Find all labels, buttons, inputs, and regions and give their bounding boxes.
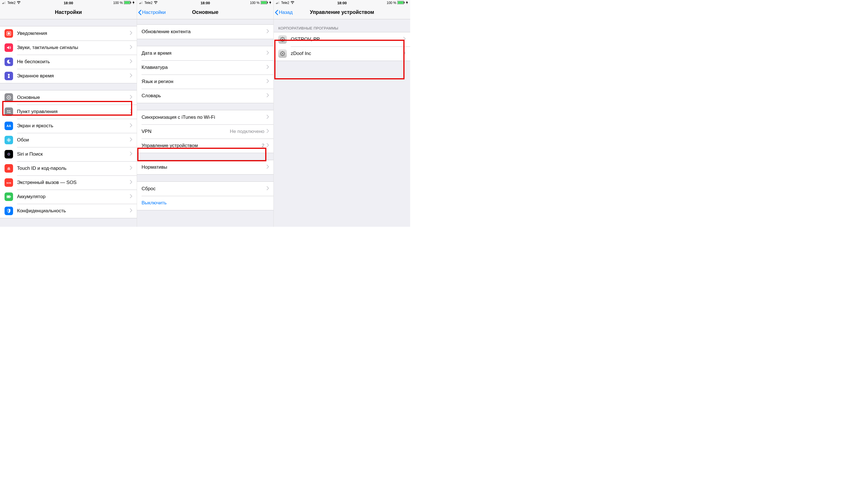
settings-row[interactable]: Не беспокоить (0, 55, 137, 69)
general-group-5: СбросВыключить (137, 181, 274, 210)
svg-text:AA: AA (6, 124, 11, 128)
svg-point-42 (282, 53, 283, 54)
back-button[interactable]: Настройки (138, 10, 166, 15)
settings-row[interactable]: SOSЭкстренный вызов — SOS (0, 176, 137, 190)
chevron-right-icon (403, 51, 406, 56)
status-bar: Tele2 18:00 100 % (137, 0, 274, 6)
row-label: Siri и Поиск (17, 151, 130, 157)
row-label: Клавиатура (141, 65, 267, 70)
row-label: VPN (141, 129, 230, 134)
general-icon (4, 93, 13, 102)
settings-row[interactable]: Аккумулятор (0, 190, 137, 204)
gear-icon (278, 35, 287, 44)
svg-point-40 (282, 39, 283, 40)
row-label: Экранное время (17, 73, 130, 79)
siri-icon (4, 150, 13, 159)
dnd-icon (4, 57, 13, 66)
screentime-icon (4, 72, 13, 80)
svg-rect-24 (7, 196, 10, 198)
settings-row[interactable]: Siri и Поиск (0, 147, 137, 161)
chevron-right-icon (130, 166, 132, 171)
chevron-right-icon (130, 208, 132, 213)
chevron-right-icon (130, 138, 132, 143)
chevron-right-icon (130, 73, 132, 78)
general-group-3: Синхронизация с iTunes по Wi-FiVPNНе под… (137, 110, 274, 153)
row-label: Синхронизация с iTunes по Wi-Fi (141, 114, 267, 120)
row-label: Аккумулятор (17, 194, 130, 200)
row-label: Звуки, тактильные сигналы (17, 45, 130, 51)
chevron-right-icon (267, 79, 269, 84)
chevron-right-icon (130, 123, 132, 128)
settings-row[interactable]: Конфиденциальность (0, 204, 137, 218)
row-label: Не беспокоить (17, 59, 130, 65)
settings-row[interactable]: Обои (0, 133, 137, 147)
settings-row[interactable]: Дата и время (137, 46, 274, 60)
svg-rect-8 (8, 32, 10, 35)
chevron-right-icon (403, 37, 406, 42)
settings-row[interactable]: Синхронизация с iTunes по Wi-Fi (137, 110, 274, 124)
row-label: Сброс (141, 186, 267, 192)
settings-row[interactable]: Выключить (137, 196, 274, 210)
settings-row[interactable]: Клавиатура (137, 60, 274, 75)
settings-row[interactable]: Экранное время (0, 69, 137, 83)
chevron-right-icon (267, 165, 269, 170)
settings-row[interactable]: Язык и регион (137, 75, 274, 89)
row-label: Выключить (141, 200, 269, 206)
chevron-right-icon (130, 59, 132, 64)
page-title: Основные (192, 10, 219, 15)
svg-rect-23 (11, 196, 11, 197)
clock: 18:00 (0, 1, 137, 5)
chevron-right-icon (130, 31, 132, 36)
svg-point-11 (7, 110, 8, 111)
nav-bar: Назад Управление устройством (274, 6, 410, 19)
row-label: Язык и регион (141, 79, 267, 85)
settings-row[interactable]: Touch ID и код-пароль (0, 161, 137, 176)
clock: 18:00 (274, 1, 410, 5)
settings-row[interactable]: Обновление контента (137, 25, 274, 39)
back-button[interactable]: Назад (275, 10, 293, 15)
nav-bar: Настройки (0, 6, 137, 19)
chevron-right-icon (130, 194, 132, 199)
chevron-right-icon (267, 93, 269, 98)
chevron-right-icon (130, 45, 132, 50)
chevron-right-icon (267, 129, 269, 134)
nav-bar: Настройки Основные (137, 6, 274, 19)
settings-row[interactable]: AAЭкран и яркость (0, 119, 137, 133)
row-label: Конфиденциальность (17, 208, 130, 214)
sos-icon: SOS (4, 178, 13, 187)
settings-row[interactable]: Словарь (137, 89, 274, 103)
section-header-enterprise: КОРПОРАТИВНЫЕ ПРОГРАММЫ (274, 26, 410, 32)
settings-row[interactable]: Сброс (137, 182, 274, 196)
profile-row[interactable]: OSTROV, PP (274, 32, 410, 47)
row-label: Touch ID и код-пароль (17, 165, 130, 171)
row-label: Пункт управления (17, 109, 130, 114)
screen-device-management: Tele2 18:00 100 % Назад Управление устро… (274, 0, 410, 227)
chevron-right-icon (267, 29, 269, 34)
general-group-1: Обновление контента (137, 24, 274, 39)
general-group-2: Дата и времяКлавиатураЯзык и регионСлова… (137, 46, 274, 103)
page-title: Настройки (55, 10, 82, 15)
profile-row[interactable]: zDoof Inc (274, 47, 410, 61)
settings-row[interactable]: Уведомления (0, 26, 137, 40)
row-label: Экран и яркость (17, 123, 130, 129)
svg-rect-12 (8, 111, 11, 111)
touchid-icon (4, 164, 13, 173)
settings-row[interactable]: Управление устройством2 (137, 139, 274, 153)
settings-row[interactable]: Нормативы (137, 160, 274, 174)
settings-row[interactable]: Основные (0, 90, 137, 105)
chevron-right-icon (267, 65, 269, 70)
svg-point-10 (8, 97, 10, 98)
chevron-right-icon (267, 115, 269, 120)
privacy-icon (4, 206, 13, 215)
back-label: Настройки (142, 10, 166, 15)
row-label: OSTROV, PP (291, 37, 403, 42)
screen-general: Tele2 18:00 100 % Настройки Основные Обн… (137, 0, 274, 227)
row-value: Не подключено (230, 129, 264, 134)
settings-row[interactable]: Пункт управления (0, 105, 137, 119)
back-label: Назад (279, 10, 293, 15)
svg-text:SOS: SOS (6, 182, 11, 184)
screen-settings: Tele2 18:00 100 % Настройки УведомленияЗ… (0, 0, 137, 227)
chevron-right-icon (267, 186, 269, 191)
settings-row[interactable]: VPNНе подключено (137, 124, 274, 139)
settings-row[interactable]: Звуки, тактильные сигналы (0, 40, 137, 55)
